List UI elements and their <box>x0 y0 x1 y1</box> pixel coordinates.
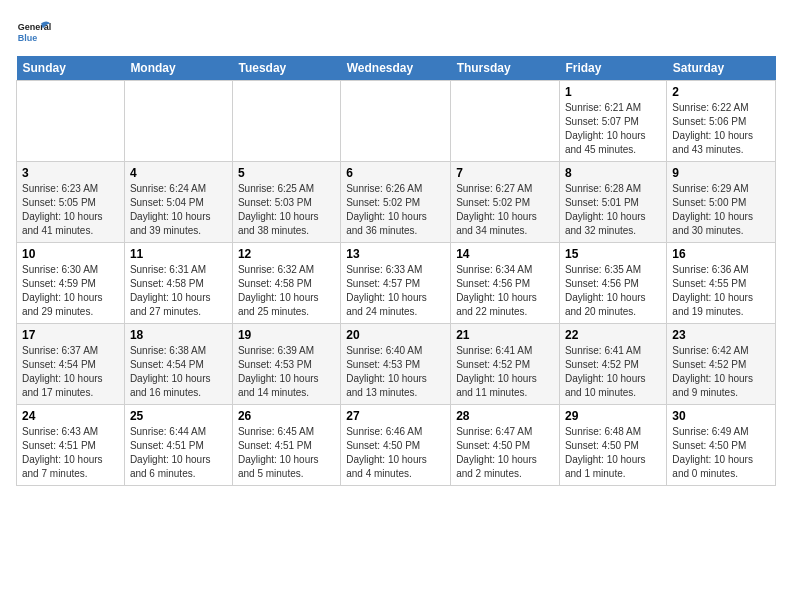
day-number: 19 <box>238 328 335 342</box>
day-info: Sunrise: 6:38 AM Sunset: 4:54 PM Dayligh… <box>130 344 227 400</box>
day-number: 4 <box>130 166 227 180</box>
day-info: Sunrise: 6:44 AM Sunset: 4:51 PM Dayligh… <box>130 425 227 481</box>
day-info: Sunrise: 6:28 AM Sunset: 5:01 PM Dayligh… <box>565 182 661 238</box>
calendar-cell: 18Sunrise: 6:38 AM Sunset: 4:54 PM Dayli… <box>124 324 232 405</box>
calendar-cell: 22Sunrise: 6:41 AM Sunset: 4:52 PM Dayli… <box>559 324 666 405</box>
day-header-thursday: Thursday <box>451 56 560 81</box>
calendar-week-row: 3Sunrise: 6:23 AM Sunset: 5:05 PM Daylig… <box>17 162 776 243</box>
day-number: 15 <box>565 247 661 261</box>
day-header-sunday: Sunday <box>17 56 125 81</box>
svg-text:Blue: Blue <box>18 33 38 43</box>
day-info: Sunrise: 6:27 AM Sunset: 5:02 PM Dayligh… <box>456 182 554 238</box>
day-number: 8 <box>565 166 661 180</box>
calendar-cell: 14Sunrise: 6:34 AM Sunset: 4:56 PM Dayli… <box>451 243 560 324</box>
day-info: Sunrise: 6:41 AM Sunset: 4:52 PM Dayligh… <box>565 344 661 400</box>
day-number: 18 <box>130 328 227 342</box>
day-number: 14 <box>456 247 554 261</box>
calendar-header-row: SundayMondayTuesdayWednesdayThursdayFrid… <box>17 56 776 81</box>
logo-icon: General Blue <box>16 16 52 52</box>
day-info: Sunrise: 6:43 AM Sunset: 4:51 PM Dayligh… <box>22 425 119 481</box>
day-number: 2 <box>672 85 770 99</box>
page-header: General Blue <box>16 16 776 52</box>
day-info: Sunrise: 6:30 AM Sunset: 4:59 PM Dayligh… <box>22 263 119 319</box>
day-info: Sunrise: 6:22 AM Sunset: 5:06 PM Dayligh… <box>672 101 770 157</box>
calendar-week-row: 1Sunrise: 6:21 AM Sunset: 5:07 PM Daylig… <box>17 81 776 162</box>
calendar-week-row: 10Sunrise: 6:30 AM Sunset: 4:59 PM Dayli… <box>17 243 776 324</box>
day-info: Sunrise: 6:40 AM Sunset: 4:53 PM Dayligh… <box>346 344 445 400</box>
day-header-wednesday: Wednesday <box>341 56 451 81</box>
calendar-cell: 20Sunrise: 6:40 AM Sunset: 4:53 PM Dayli… <box>341 324 451 405</box>
day-info: Sunrise: 6:37 AM Sunset: 4:54 PM Dayligh… <box>22 344 119 400</box>
day-number: 13 <box>346 247 445 261</box>
calendar-cell: 13Sunrise: 6:33 AM Sunset: 4:57 PM Dayli… <box>341 243 451 324</box>
day-number: 12 <box>238 247 335 261</box>
calendar-cell <box>232 81 340 162</box>
calendar-cell: 27Sunrise: 6:46 AM Sunset: 4:50 PM Dayli… <box>341 405 451 486</box>
calendar-cell: 9Sunrise: 6:29 AM Sunset: 5:00 PM Daylig… <box>667 162 776 243</box>
day-header-tuesday: Tuesday <box>232 56 340 81</box>
day-number: 23 <box>672 328 770 342</box>
calendar-cell: 23Sunrise: 6:42 AM Sunset: 4:52 PM Dayli… <box>667 324 776 405</box>
calendar-cell: 11Sunrise: 6:31 AM Sunset: 4:58 PM Dayli… <box>124 243 232 324</box>
calendar-cell: 10Sunrise: 6:30 AM Sunset: 4:59 PM Dayli… <box>17 243 125 324</box>
day-number: 3 <box>22 166 119 180</box>
day-info: Sunrise: 6:21 AM Sunset: 5:07 PM Dayligh… <box>565 101 661 157</box>
day-info: Sunrise: 6:29 AM Sunset: 5:00 PM Dayligh… <box>672 182 770 238</box>
calendar-cell: 2Sunrise: 6:22 AM Sunset: 5:06 PM Daylig… <box>667 81 776 162</box>
calendar-week-row: 17Sunrise: 6:37 AM Sunset: 4:54 PM Dayli… <box>17 324 776 405</box>
day-number: 21 <box>456 328 554 342</box>
day-info: Sunrise: 6:32 AM Sunset: 4:58 PM Dayligh… <box>238 263 335 319</box>
day-info: Sunrise: 6:45 AM Sunset: 4:51 PM Dayligh… <box>238 425 335 481</box>
day-info: Sunrise: 6:47 AM Sunset: 4:50 PM Dayligh… <box>456 425 554 481</box>
day-info: Sunrise: 6:25 AM Sunset: 5:03 PM Dayligh… <box>238 182 335 238</box>
calendar-cell: 3Sunrise: 6:23 AM Sunset: 5:05 PM Daylig… <box>17 162 125 243</box>
calendar-cell: 17Sunrise: 6:37 AM Sunset: 4:54 PM Dayli… <box>17 324 125 405</box>
calendar-cell: 19Sunrise: 6:39 AM Sunset: 4:53 PM Dayli… <box>232 324 340 405</box>
calendar-cell: 21Sunrise: 6:41 AM Sunset: 4:52 PM Dayli… <box>451 324 560 405</box>
day-info: Sunrise: 6:35 AM Sunset: 4:56 PM Dayligh… <box>565 263 661 319</box>
day-number: 30 <box>672 409 770 423</box>
day-info: Sunrise: 6:23 AM Sunset: 5:05 PM Dayligh… <box>22 182 119 238</box>
calendar-cell <box>124 81 232 162</box>
calendar-cell: 4Sunrise: 6:24 AM Sunset: 5:04 PM Daylig… <box>124 162 232 243</box>
day-number: 7 <box>456 166 554 180</box>
day-number: 16 <box>672 247 770 261</box>
calendar-cell: 16Sunrise: 6:36 AM Sunset: 4:55 PM Dayli… <box>667 243 776 324</box>
day-number: 1 <box>565 85 661 99</box>
day-info: Sunrise: 6:26 AM Sunset: 5:02 PM Dayligh… <box>346 182 445 238</box>
calendar-week-row: 24Sunrise: 6:43 AM Sunset: 4:51 PM Dayli… <box>17 405 776 486</box>
day-info: Sunrise: 6:48 AM Sunset: 4:50 PM Dayligh… <box>565 425 661 481</box>
calendar-cell: 29Sunrise: 6:48 AM Sunset: 4:50 PM Dayli… <box>559 405 666 486</box>
day-info: Sunrise: 6:39 AM Sunset: 4:53 PM Dayligh… <box>238 344 335 400</box>
calendar-cell: 24Sunrise: 6:43 AM Sunset: 4:51 PM Dayli… <box>17 405 125 486</box>
calendar-table: SundayMondayTuesdayWednesdayThursdayFrid… <box>16 56 776 486</box>
calendar-cell: 26Sunrise: 6:45 AM Sunset: 4:51 PM Dayli… <box>232 405 340 486</box>
calendar-cell: 7Sunrise: 6:27 AM Sunset: 5:02 PM Daylig… <box>451 162 560 243</box>
day-info: Sunrise: 6:42 AM Sunset: 4:52 PM Dayligh… <box>672 344 770 400</box>
day-header-saturday: Saturday <box>667 56 776 81</box>
day-number: 25 <box>130 409 227 423</box>
day-info: Sunrise: 6:24 AM Sunset: 5:04 PM Dayligh… <box>130 182 227 238</box>
calendar-cell: 5Sunrise: 6:25 AM Sunset: 5:03 PM Daylig… <box>232 162 340 243</box>
day-number: 20 <box>346 328 445 342</box>
day-number: 28 <box>456 409 554 423</box>
day-number: 11 <box>130 247 227 261</box>
calendar-cell <box>451 81 560 162</box>
day-info: Sunrise: 6:41 AM Sunset: 4:52 PM Dayligh… <box>456 344 554 400</box>
day-number: 22 <box>565 328 661 342</box>
day-info: Sunrise: 6:31 AM Sunset: 4:58 PM Dayligh… <box>130 263 227 319</box>
day-info: Sunrise: 6:49 AM Sunset: 4:50 PM Dayligh… <box>672 425 770 481</box>
calendar-cell: 28Sunrise: 6:47 AM Sunset: 4:50 PM Dayli… <box>451 405 560 486</box>
day-number: 29 <box>565 409 661 423</box>
day-header-monday: Monday <box>124 56 232 81</box>
calendar-cell: 30Sunrise: 6:49 AM Sunset: 4:50 PM Dayli… <box>667 405 776 486</box>
day-info: Sunrise: 6:34 AM Sunset: 4:56 PM Dayligh… <box>456 263 554 319</box>
day-number: 26 <box>238 409 335 423</box>
calendar-cell: 8Sunrise: 6:28 AM Sunset: 5:01 PM Daylig… <box>559 162 666 243</box>
calendar-cell: 25Sunrise: 6:44 AM Sunset: 4:51 PM Dayli… <box>124 405 232 486</box>
day-info: Sunrise: 6:33 AM Sunset: 4:57 PM Dayligh… <box>346 263 445 319</box>
day-number: 5 <box>238 166 335 180</box>
calendar-cell: 1Sunrise: 6:21 AM Sunset: 5:07 PM Daylig… <box>559 81 666 162</box>
day-info: Sunrise: 6:46 AM Sunset: 4:50 PM Dayligh… <box>346 425 445 481</box>
day-header-friday: Friday <box>559 56 666 81</box>
